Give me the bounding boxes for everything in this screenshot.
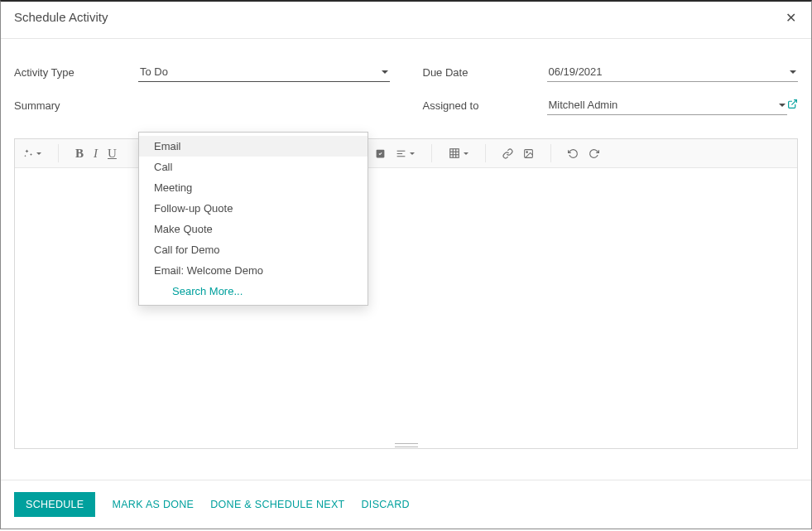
italic-icon[interactable]: I — [94, 147, 98, 161]
dialog-title: Schedule Activity — [14, 10, 108, 24]
dropdown-search-more[interactable]: Search More... — [139, 281, 368, 302]
resize-handle[interactable] — [15, 442, 797, 448]
assigned-to-input[interactable] — [547, 95, 788, 115]
assigned-to-label: Assigned to — [423, 99, 547, 112]
summary-label: Summary — [14, 99, 138, 112]
summary-group: Summary — [14, 95, 390, 115]
link-icon[interactable] — [502, 148, 513, 159]
activity-type-control[interactable] — [138, 62, 390, 82]
form-row-1: Activity Type Due Date — [14, 62, 798, 82]
activity-type-input[interactable] — [138, 62, 390, 82]
assigned-to-control[interactable] — [547, 95, 788, 115]
dropdown-item-email-welcome[interactable]: Email: Welcome Demo — [139, 260, 368, 281]
dialog-header: Schedule Activity ✕ — [1, 2, 811, 39]
discard-button[interactable]: DISCARD — [362, 499, 410, 510]
editor-toolbar: B I U — [15, 139, 797, 168]
dropdown-item-meeting[interactable]: Meeting — [139, 177, 368, 198]
dialog-footer: SCHEDULE MARK AS DONE DONE & SCHEDULE NE… — [1, 480, 811, 529]
schedule-activity-dialog: Schedule Activity ✕ Activity Type Due Da… — [0, 0, 812, 529]
checklist-icon[interactable] — [375, 148, 386, 159]
image-icon[interactable] — [523, 148, 534, 159]
done-schedule-next-button[interactable]: DONE & SCHEDULE NEXT — [210, 499, 344, 510]
chevron-down-icon[interactable] — [382, 70, 388, 74]
close-icon[interactable]: ✕ — [784, 10, 798, 27]
due-date-group: Due Date — [423, 62, 799, 82]
dropdown-item-make-quote[interactable]: Make Quote — [139, 219, 368, 239]
dialog-body: Activity Type Due Date Summary — [1, 39, 811, 480]
due-date-input[interactable] — [547, 62, 799, 82]
due-date-control[interactable] — [547, 62, 799, 82]
activity-type-group: Activity Type — [14, 62, 390, 82]
assigned-to-group: Assigned to — [423, 95, 799, 115]
due-date-label: Due Date — [423, 66, 547, 79]
mark-as-done-button[interactable]: MARK AS DONE — [112, 499, 194, 510]
magic-icon[interactable] — [23, 148, 41, 158]
editor-body[interactable] — [15, 168, 797, 442]
table-icon[interactable] — [449, 147, 468, 159]
undo-icon[interactable] — [568, 148, 579, 159]
dropdown-item-call-demo[interactable]: Call for Demo — [139, 239, 368, 260]
rich-text-editor: B I U — [14, 138, 798, 449]
svg-line-0 — [791, 100, 796, 105]
chevron-down-icon[interactable] — [790, 70, 796, 74]
underline-icon[interactable]: U — [108, 147, 117, 161]
schedule-button[interactable]: SCHEDULE — [14, 492, 95, 517]
activity-type-dropdown[interactable]: Email Call Meeting Follow-up Quote Make … — [138, 132, 368, 306]
align-icon[interactable] — [396, 148, 415, 159]
dropdown-item-call[interactable]: Call — [139, 157, 368, 177]
dropdown-item-followup[interactable]: Follow-up Quote — [139, 198, 368, 219]
chevron-down-icon[interactable] — [779, 104, 786, 107]
activity-type-label: Activity Type — [14, 66, 138, 79]
svg-point-11 — [526, 151, 528, 152]
svg-rect-5 — [450, 149, 459, 158]
dropdown-item-email[interactable]: Email — [139, 136, 368, 157]
redo-icon[interactable] — [589, 148, 599, 159]
form-row-2: Summary Assigned to — [14, 95, 798, 115]
bold-icon[interactable]: B — [75, 147, 84, 161]
external-link-icon[interactable] — [787, 99, 798, 112]
